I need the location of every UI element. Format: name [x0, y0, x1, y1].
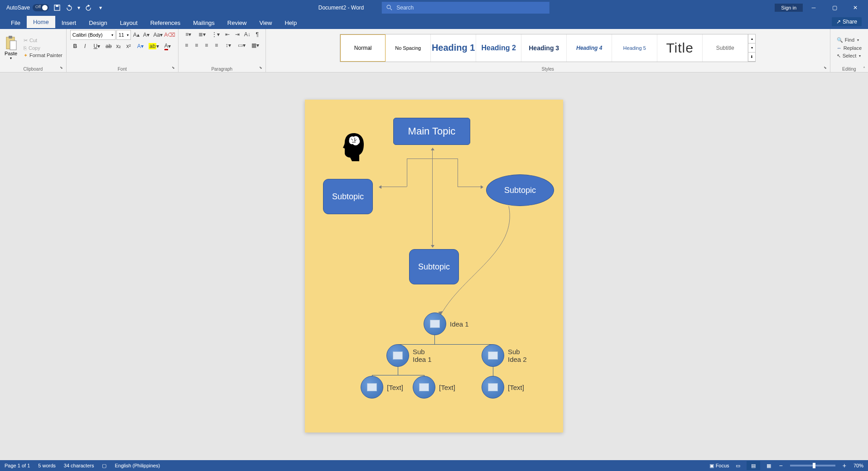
clipboard-launcher[interactable]: ⬊	[60, 66, 65, 71]
increase-indent-button[interactable]: ⇥	[233, 30, 242, 39]
smartart-sub2[interactable]: Sub Idea 2	[482, 344, 535, 367]
find-button[interactable]: 🔍Find▾	[835, 36, 863, 44]
decrease-indent-button[interactable]: ⇤	[223, 30, 232, 39]
undo-icon[interactable]	[65, 4, 72, 11]
tab-home[interactable]: Home	[27, 16, 55, 29]
shape-main-topic[interactable]: Main Topic	[393, 118, 470, 145]
focus-mode-button[interactable]: ▣Focus	[709, 463, 729, 469]
collapse-ribbon-button[interactable]: ˄	[863, 66, 865, 71]
status-chars[interactable]: 34 characters	[64, 463, 94, 468]
restore-button[interactable]: ▢	[825, 0, 844, 15]
styles-launcher[interactable]: ⬊	[824, 66, 829, 71]
connector[interactable]	[432, 149, 433, 159]
undo-dropdown-icon[interactable]: ▾	[77, 4, 81, 11]
bold-button[interactable]: B	[71, 42, 80, 51]
font-launcher[interactable]: ⬊	[172, 66, 177, 71]
clear-formatting-button[interactable]: A⌫	[165, 30, 174, 39]
zoom-out-button[interactable]: −	[777, 462, 785, 469]
underline-button[interactable]: U▾	[91, 42, 103, 51]
gallery-more[interactable]: ⬇	[748, 53, 755, 62]
save-icon[interactable]	[53, 4, 61, 11]
style-title[interactable]: Title	[657, 34, 703, 62]
paste-button[interactable]: Paste ▾	[2, 32, 20, 64]
highlight-button[interactable]: ab▾	[148, 42, 160, 51]
align-center-button[interactable]: ≡	[192, 41, 201, 50]
show-marks-button[interactable]: ¶	[253, 30, 262, 39]
zoom-in-button[interactable]: +	[841, 462, 848, 469]
smartart-idea1[interactable]: Idea 1	[424, 312, 469, 335]
zoom-slider[interactable]	[790, 465, 835, 466]
shrink-font-button[interactable]: A▾	[142, 30, 151, 39]
style-no-spacing[interactable]: No Spacing	[386, 34, 431, 62]
shading-button[interactable]: ▭▾	[236, 41, 248, 50]
page[interactable]: Main Topic Subtopic Subtopic Subtopic Id…	[305, 100, 563, 433]
select-button[interactable]: ↖Select▾	[835, 52, 863, 60]
minimize-button[interactable]: ─	[804, 0, 824, 15]
multilevel-button[interactable]: ⋮▾	[209, 30, 222, 39]
line-spacing-button[interactable]: ↕▾	[222, 41, 235, 50]
status-language[interactable]: English (Philippines)	[115, 463, 160, 468]
align-left-button[interactable]: ≡	[182, 41, 191, 50]
shape-subtopic-left[interactable]: Subtopic	[323, 179, 373, 214]
borders-button[interactable]: ▦▾	[249, 41, 262, 50]
paragraph-launcher[interactable]: ⬊	[259, 66, 265, 71]
signin-button[interactable]: Sign in	[775, 4, 803, 12]
close-button[interactable]: ✕	[845, 0, 865, 15]
search-box[interactable]	[382, 2, 550, 14]
web-layout-button[interactable]: ▦	[762, 461, 776, 470]
tab-review[interactable]: Review	[221, 17, 253, 29]
connector[interactable]	[380, 187, 407, 187]
subscript-button[interactable]: x₂	[114, 42, 123, 51]
copy-button[interactable]: ⎘Copy	[22, 45, 64, 51]
style-heading3[interactable]: Heading 3	[521, 34, 567, 62]
replace-button[interactable]: ↔Replace	[835, 44, 863, 52]
print-layout-button[interactable]: ▤	[747, 461, 760, 470]
document-area[interactable]: Main Topic Subtopic Subtopic Subtopic Id…	[0, 72, 868, 460]
status-page[interactable]: Page 1 of 1	[5, 463, 30, 468]
style-heading5[interactable]: Heading 5	[612, 34, 657, 62]
tab-file[interactable]: File	[5, 17, 27, 29]
style-subtitle[interactable]: Subtitle	[703, 34, 748, 62]
shape-subtopic-right[interactable]: Subtopic	[486, 174, 554, 206]
connector[interactable]	[458, 187, 482, 187]
grow-font-button[interactable]: A▴	[132, 30, 141, 39]
numbering-button[interactable]: ≣▾	[196, 30, 208, 39]
text-effects-button[interactable]: A▾	[134, 42, 147, 51]
justify-button[interactable]: ≡	[212, 41, 221, 50]
cut-button[interactable]: ✂Cut	[22, 37, 64, 44]
smartart-sub1[interactable]: Sub Idea 1	[386, 344, 440, 367]
strikethrough-button[interactable]: ab	[104, 42, 113, 51]
sort-button[interactable]: A↓	[243, 30, 252, 39]
smartart-text2[interactable]: [Text]	[413, 376, 455, 399]
gallery-down[interactable]: ▾	[748, 43, 755, 53]
connector[interactable]	[407, 159, 407, 187]
autosave-toggle[interactable]: AutoSave Off	[6, 4, 49, 11]
tab-references[interactable]: References	[144, 17, 187, 29]
status-proofing-icon[interactable]: ▢	[102, 463, 106, 469]
zoom-value[interactable]: 70%	[854, 463, 863, 468]
share-button[interactable]: ↗Share	[832, 17, 862, 26]
style-heading4[interactable]: Heading 4	[567, 34, 612, 62]
font-size-combo[interactable]: 11▾	[116, 30, 131, 40]
tab-insert[interactable]: Insert	[55, 17, 83, 29]
format-painter-button[interactable]: ✦Format Painter	[22, 52, 64, 59]
tab-design[interactable]: Design	[82, 17, 113, 29]
connector[interactable]	[458, 159, 458, 187]
tab-help[interactable]: Help	[278, 17, 303, 29]
status-words[interactable]: 5 words	[38, 463, 56, 468]
tab-view[interactable]: View	[253, 17, 278, 29]
head-brain-icon[interactable]	[341, 131, 366, 162]
style-heading1[interactable]: Heading 1	[431, 34, 476, 62]
search-input[interactable]	[396, 5, 545, 11]
connector-curve[interactable]	[436, 206, 527, 319]
read-mode-button[interactable]: ▭	[731, 461, 745, 470]
superscript-button[interactable]: x²	[124, 42, 133, 51]
smartart-text1[interactable]: [Text]	[361, 376, 403, 399]
font-color-button[interactable]: A▾	[161, 42, 174, 51]
align-right-button[interactable]: ≡	[202, 41, 211, 50]
tab-mailings[interactable]: Mailings	[187, 17, 221, 29]
connector[interactable]	[432, 159, 433, 247]
bullets-button[interactable]: ≡▾	[182, 30, 195, 39]
redo-icon[interactable]	[85, 4, 92, 11]
style-normal[interactable]: Normal	[340, 34, 386, 62]
